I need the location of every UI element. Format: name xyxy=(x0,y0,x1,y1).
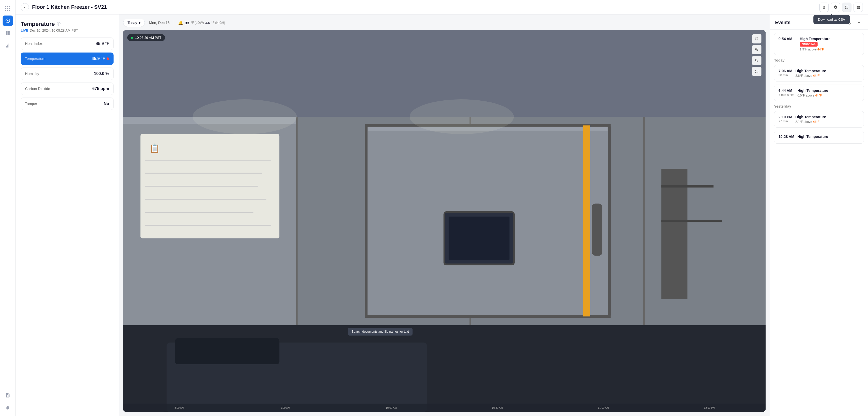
apps-icon[interactable] xyxy=(3,3,13,13)
svg-rect-6 xyxy=(7,45,8,48)
nav-rail xyxy=(0,0,16,416)
event-time-4: 10:28 AM xyxy=(778,135,794,139)
dashboard-icon[interactable] xyxy=(3,28,13,38)
event-time-1: 7:06 AM xyxy=(778,69,792,73)
zoom-in-button[interactable] xyxy=(752,45,762,54)
yesterday-section-label: Yesterday xyxy=(774,104,864,109)
ongoing-sub-text: 1.9°F above xyxy=(800,48,816,51)
event-detail-2: High Temperature 0.5°F above 44°F xyxy=(797,88,860,97)
svg-rect-3 xyxy=(6,33,7,35)
svg-rect-1 xyxy=(6,31,7,33)
ongoing-event-row: 9:54 AM High Temperature ONGOING 1.9°F a… xyxy=(778,37,860,51)
svg-rect-24 xyxy=(449,216,509,260)
svg-point-43 xyxy=(193,99,297,134)
zoom-out-button[interactable] xyxy=(752,56,762,65)
view-full-button[interactable] xyxy=(842,3,851,12)
event-sub-text-2: 0.5°F above xyxy=(797,94,814,97)
event-threshold-3: 44°F xyxy=(813,120,819,124)
event-type-3: High Temperature xyxy=(795,115,860,119)
fit-view-button[interactable] xyxy=(752,67,762,76)
today-select[interactable]: Today ▾ xyxy=(123,19,145,27)
today-label: Today xyxy=(127,21,137,25)
svg-rect-37 xyxy=(661,169,687,299)
alerts-icon[interactable] xyxy=(3,403,13,413)
event-duration-3: 27 min xyxy=(778,120,792,123)
time-bar: Today ▾ Mon, Dec 16 🔔 33 °F (LOW) 44 °F … xyxy=(123,19,766,27)
event-threshold-2: 44°F xyxy=(815,94,822,97)
metric-card-heat-index[interactable]: Heat Index 45.9 °F xyxy=(21,37,114,50)
event-sub-text-1: 3.6°F above xyxy=(795,74,812,78)
events-title: Events xyxy=(775,20,790,25)
svg-rect-22 xyxy=(592,204,602,256)
info-icon[interactable]: ⓘ xyxy=(57,22,61,26)
today-section-label: Today xyxy=(774,58,864,62)
event-card-3[interactable]: 2:10 PM 27 min High Temperature 2.1°F ab… xyxy=(774,111,864,127)
temp-low-label: °F (LOW) xyxy=(191,21,204,25)
body-layout: Temperature ⓘ LIVE Dec 16, 2024, 10:08:2… xyxy=(16,14,868,416)
metric-card-humidity[interactable]: Humidity 100.0 % xyxy=(21,67,114,80)
event-time-col-2: 6:44 AM 7 min 8 sec xyxy=(778,88,794,97)
event-time-col-3: 2:10 PM 27 min xyxy=(778,115,792,123)
document-icon[interactable] xyxy=(3,390,13,400)
ongoing-event-card[interactable]: 9:54 AM High Temperature ONGOING 1.9°F a… xyxy=(774,33,864,55)
search-tooltip-text: Search documents and file names for text xyxy=(351,330,409,333)
sensor-icon[interactable] xyxy=(3,16,13,26)
event-type-2: High Temperature xyxy=(797,88,860,93)
svg-rect-5 xyxy=(6,46,7,48)
time-tick-1: 8:00 AM xyxy=(126,407,232,409)
fullscreen-button[interactable] xyxy=(752,34,762,43)
metric-card-carbon-dioxide[interactable]: Carbon Dioxide 675 ppm xyxy=(21,83,114,95)
svg-point-0 xyxy=(7,20,8,22)
live-datetime: Dec 16, 2024, 10:08:28 AM PST xyxy=(30,28,78,32)
temp-low-value: 33 xyxy=(185,21,189,25)
view-grid-button[interactable] xyxy=(854,3,863,12)
live-label: LIVE xyxy=(21,28,28,32)
timestamp-text: 10:08:29 AM PST xyxy=(135,36,161,39)
main-content: ‹ Floor 1 Kitchen Freezer - SV21 xyxy=(16,0,868,416)
event-card-4[interactable]: 10:28 AM High Temperature xyxy=(774,131,864,144)
ongoing-threshold: 44°F xyxy=(817,48,824,51)
analytics-icon[interactable] xyxy=(3,40,13,51)
metric-card-tamper[interactable]: Tamper No xyxy=(21,97,114,110)
ongoing-event-type: High Temperature xyxy=(800,37,860,41)
event-duration-2: 7 min 8 sec xyxy=(778,93,794,97)
event-sub-text-3: 2.1°F above xyxy=(795,120,812,124)
time-tick-4: 10:30 AM xyxy=(444,407,550,409)
event-threshold-1: 44°F xyxy=(813,74,819,78)
events-expand-button[interactable]: ▾ xyxy=(855,19,863,26)
csv-tooltip: Download as CSV xyxy=(813,15,850,24)
divider xyxy=(174,20,174,25)
download-button[interactable] xyxy=(819,3,829,12)
time-axis: 8:00 AM 9:00 AM 10:00 AM 10:30 AM 11:00 … xyxy=(123,404,766,412)
event-sub-1: 3.6°F above 44°F xyxy=(795,74,860,78)
sensor-title-row: Temperature ⓘ xyxy=(21,21,114,27)
back-button[interactable]: ‹ xyxy=(21,3,29,11)
event-time-col-4: 10:28 AM xyxy=(778,135,794,139)
time-tick-3: 10:00 AM xyxy=(338,407,444,409)
svg-rect-25 xyxy=(583,125,590,317)
date-label: Mon, Dec 16 xyxy=(149,21,169,25)
event-type-1: High Temperature xyxy=(795,69,860,73)
right-panel: Events ▾ xyxy=(770,14,868,416)
event-time-2: 6:44 AM xyxy=(778,88,792,93)
svg-text:📋: 📋 xyxy=(149,143,160,154)
svg-point-44 xyxy=(410,99,514,134)
event-sub-3: 2.1°F above 44°F xyxy=(795,120,860,124)
events-list: 9:54 AM High Temperature ONGOING 1.9°F a… xyxy=(770,30,868,416)
time-tick-5: 11:00 AM xyxy=(550,407,656,409)
event-detail-1: High Temperature 3.6°F above 44°F xyxy=(795,69,860,78)
settings-button[interactable] xyxy=(831,3,840,12)
svg-rect-36 xyxy=(175,338,279,364)
search-tooltip: Search documents and file names for text xyxy=(348,328,412,335)
live-indicator xyxy=(131,37,133,39)
live-badge: LIVE Dec 16, 2024, 10:08:28 AM PST xyxy=(21,28,114,32)
ongoing-badge: ONGOING xyxy=(800,42,817,47)
event-sub-2: 0.5°F above 44°F xyxy=(797,94,860,97)
event-card-2[interactable]: 6:44 AM 7 min 8 sec High Temperature 0.5… xyxy=(774,85,864,101)
metric-card-temperature[interactable]: Temperature 45.9 °F xyxy=(21,53,114,65)
event-row-3: 2:10 PM 27 min High Temperature 2.1°F ab… xyxy=(778,115,860,124)
csv-tooltip-text: Download as CSV xyxy=(818,18,845,22)
metric-cards: Heat Index 45.9 °F Temperature 45.9 °F H… xyxy=(21,37,114,110)
temp-high-value: 44 xyxy=(205,21,210,25)
event-card-1[interactable]: 7:06 AM 30 min High Temperature 3.6°F ab… xyxy=(774,65,864,82)
